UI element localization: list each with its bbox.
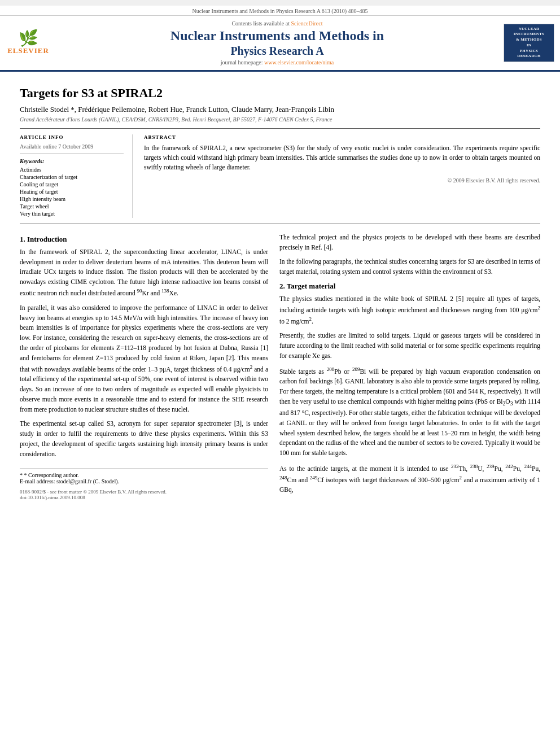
section2-para2: Presently, the studies are limited to so… [279,331,540,361]
keywords-label: Keywords: [20,158,124,164]
footnote-star: * * Corresponding author. [20,472,268,478]
available-date: Available online 7 October 2009 [20,143,124,154]
sciencedirect-label: Contents lists available at ScienceDirec… [56,20,498,27]
journal-citation-bar: Nuclear Instruments and Methods in Physi… [0,6,560,16]
body-columns: 1. Introduction In the framework of SPIR… [20,233,540,500]
journal-right-logo: NUCLEARINSTRUMENTS& METHODSINPHYSICSRESE… [504,24,554,63]
footnote-email: E-mail address: stodel@ganil.fr (C. Stod… [20,478,268,484]
section1-right-para2: In the following paragraphs, the technic… [279,257,540,277]
keyword-7: Very thin target [20,211,124,217]
journal-citation-text: Nuclear Instruments and Methods in Physi… [192,8,368,14]
info-abstract-section: ARTICLE INFO Available online 7 October … [20,128,540,224]
doi-line: doi:10.1016/j.nima.2009.10.008 [20,495,268,500]
abstract-title: ABSTRACT [144,134,540,140]
authors-text: Christelle Stodel *, Frédérique Pellemoi… [20,105,334,113]
elsevier-logo: 🌿 ELSEVIER [6,30,51,55]
section1-para3: The experimental set-up called S3, acron… [20,419,268,459]
journal-title-line1: Nuclear Instruments and Methods in [56,28,498,44]
homepage-link[interactable]: www.elsevier.com/locate/nima [264,59,334,65]
abstract-section: ABSTRACT In the framework of SPIRAL2, a … [144,134,540,218]
section2-para3: Stable targets as 208Pb or 209Bi will be… [279,366,540,458]
footnote-star-symbol: * [20,472,24,478]
abstract-text: In the framework of SPIRAL2, a new spect… [144,143,540,173]
footnote-corresponding: * Corresponding author. [24,472,79,478]
copyright-line: © 2009 Elsevier B.V. All rights reserved… [144,177,540,184]
section1-para1: In the framework of SPIRAL 2, the superc… [20,247,268,299]
article-info: ARTICLE INFO Available online 7 October … [20,134,133,218]
section1-para2: In parallel, it was also considered to i… [20,303,268,415]
issn-line: 0168-9002/$ - see front matter © 2009 El… [20,489,268,495]
right-logo-text: NUCLEARINSTRUMENTS& METHODSINPHYSICSRESE… [505,27,553,60]
article-info-title: ARTICLE INFO [20,134,124,140]
journal-center: Contents lists available at ScienceDirec… [56,20,498,65]
keyword-4: Heating of target [20,189,124,195]
elsevier-wordmark: ELSEVIER [7,46,49,55]
right-logo-box: NUCLEARINSTRUMENTS& METHODSINPHYSICSRESE… [504,24,554,63]
section2-heading: 2. Target material [279,282,540,291]
section2-para4: As to the actinide targets, at the momen… [279,463,540,495]
article-content: Targets for S3 at SPIRAL2 Christelle Sto… [0,72,560,512]
authors-line: Christelle Stodel *, Frédérique Pellemoi… [20,105,540,114]
elsevier-tree-icon: 🌿 [19,30,38,46]
footnote-section: * * Corresponding author. E-mail address… [20,468,268,500]
journal-homepage: journal homepage: www.elsevier.com/locat… [56,59,498,65]
keyword-2: Characterization of target [20,174,124,180]
journal-title-line2: Physics Research A [56,44,498,58]
page: Nuclear Instruments and Methods in Physi… [0,6,560,747]
homepage-label: journal homepage: [221,59,263,65]
section1-number: 1. Introduction [20,235,67,243]
article-title: Targets for S3 at SPIRAL2 [20,86,540,101]
section1-right-para1: The technical project and the physics pr… [279,233,540,253]
keyword-6: Target wheel [20,203,124,209]
left-column: 1. Introduction In the framework of SPIR… [20,233,268,500]
section2-para1: The physics studies mentioned in the whi… [279,294,540,326]
keyword-1: Actinides [20,167,124,173]
sciencedirect-link[interactable]: ScienceDirect [291,20,322,27]
section1-heading: 1. Introduction [20,235,268,244]
journal-header: 🌿 ELSEVIER Contents lists available at S… [0,16,560,72]
affiliation: Grand Accélérateur d'Ions Lourds (GANIL)… [20,116,540,123]
keyword-3: Cooling of target [20,181,124,187]
keywords-list: Actinides Characterization of target Coo… [20,167,124,217]
keyword-5: High intensity beam [20,196,124,202]
right-column: The technical project and the physics pr… [279,233,540,500]
